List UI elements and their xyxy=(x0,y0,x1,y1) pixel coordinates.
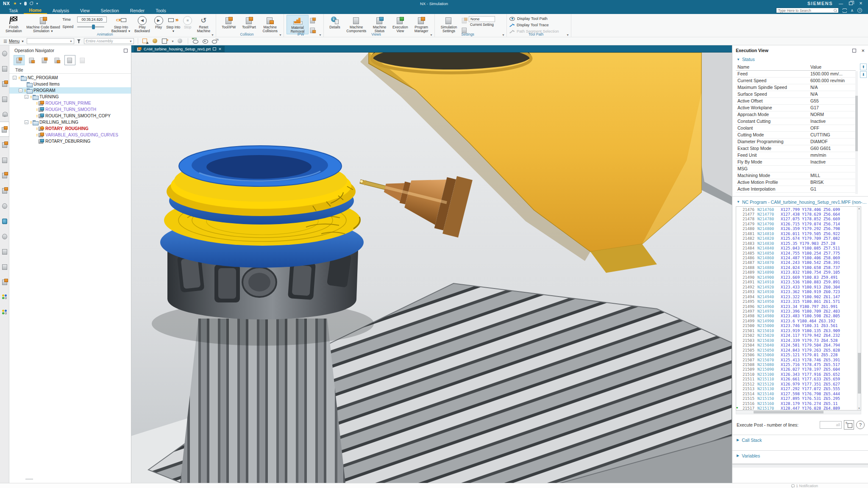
tree-expander-icon[interactable]: – xyxy=(25,95,28,99)
panel-float-icon[interactable] xyxy=(852,49,856,53)
status-row-fly-by-mode[interactable]: Fly By ModeInactive xyxy=(736,158,856,165)
tool-part-button[interactable]: Tool/Part xyxy=(239,15,259,29)
sidebar-history-clock-icon[interactable] xyxy=(0,228,9,244)
group-dialog-caret[interactable]: ▼ xyxy=(502,33,505,36)
nc-line-21513[interactable]: 21513N215130X127.292 Y177.072 Z65.555 xyxy=(736,386,861,391)
nc-line-21482[interactable]: 21482N214820X125.674 Y179.709 Z57.082 xyxy=(736,236,861,241)
tree-item-unused items[interactable]: Unused Items xyxy=(9,81,131,87)
ipw-tool-icon[interactable] xyxy=(309,17,316,24)
execution-view-button[interactable]: Execution View xyxy=(389,15,411,33)
nc-program-section-header[interactable]: ▼ NC Program - CAM_turbine_housing_Setup… xyxy=(732,197,868,206)
status-row-diameter-programming[interactable]: Diameter ProgrammingDIAMOF xyxy=(736,138,856,145)
status-row-coolant[interactable]: CoolantOFF xyxy=(736,125,856,131)
selection-scope-combo[interactable]: ▼ xyxy=(27,38,74,44)
menu-tab-analysis[interactable]: Analysis xyxy=(47,7,75,14)
show-icon[interactable] xyxy=(202,38,209,44)
machine-status-button[interactable]: Machine Status xyxy=(370,15,390,33)
time-field[interactable]: 00:35:24.820 xyxy=(77,17,107,22)
sidebar-assembly-navigator-icon[interactable] xyxy=(0,61,9,76)
material-removal-button[interactable]: Material Removal xyxy=(287,15,309,34)
sidebar-analysis-icon[interactable] xyxy=(0,167,9,183)
group-dialog-caret[interactable]: ▼ xyxy=(430,33,433,36)
step-into-backward-button[interactable]: Step Into Backward ▼ xyxy=(109,15,133,33)
sidebar-info-disc-icon[interactable] xyxy=(0,198,9,213)
tree-item-rotary_roughing[interactable]: !ROTARY_ROUGHING xyxy=(9,125,131,132)
execute-post-help-button[interactable]: ? xyxy=(856,421,865,429)
tree-expander-icon[interactable]: – xyxy=(19,89,22,92)
nc-line-21484[interactable]: 21484N214840X125.043 Y180.085 Z57.511 xyxy=(736,246,861,250)
tree-item-rough_turn_prime[interactable]: !ROUGH_TURN_PRIME xyxy=(9,100,131,106)
sidebar-measure-icon[interactable] xyxy=(0,183,9,198)
navigator-maximize-icon[interactable] xyxy=(124,49,128,53)
call-stack-section-header[interactable]: ▶ Call Stack xyxy=(732,435,868,445)
finish-simulation-button[interactable]: Finish Simulation xyxy=(3,15,25,33)
fullscreen-icon[interactable] xyxy=(843,8,847,13)
tree-item-variable_axis_guiding_curves[interactable]: !VARIABLE_AXIS_GUIDING_CURVES xyxy=(9,132,131,138)
nc-line-21491[interactable]: 21491N214910X123.536 Y180.883 Z59.891 xyxy=(736,280,861,284)
current-setting-combo[interactable]: None xyxy=(469,16,495,22)
select-highlight-icon[interactable] xyxy=(142,38,149,44)
machine-collisions-button[interactable]: Machine Collisions xyxy=(259,15,281,33)
status-row-msg[interactable]: MSG xyxy=(736,165,856,172)
sidebar-machine-station-icon[interactable] xyxy=(0,274,9,289)
display-tool-trace-toggle[interactable]: Display Tool Trace xyxy=(509,22,559,28)
machine-components-button[interactable]: Machine Components xyxy=(343,15,370,33)
nc-line-21510[interactable]: 21510N215100X126.343 Y177.916 Z65.652 xyxy=(736,372,861,377)
status-row-maximum-spindle-speed[interactable]: Maximum Spindle SpeedN/A xyxy=(736,84,856,91)
nc-line-21480[interactable]: 21480N214800X126.359 Y179.292 Z56.798 xyxy=(736,226,861,231)
nc-line-21492[interactable]: 21492N214920X123.433 Y180.913 Z60.304 xyxy=(736,285,861,289)
part-tab[interactable]: CAM_turbine_housing_Setup_rev1.prt ✕ xyxy=(134,46,225,52)
status-scrollbar[interactable] xyxy=(855,71,858,194)
nc-line-21517[interactable]: ▼21517N215170X128.447 Y176.028 Z64.889 xyxy=(736,406,861,410)
menu-tab-task[interactable]: Task xyxy=(3,7,24,14)
tree-expander-icon[interactable]: – xyxy=(13,76,17,80)
sidebar-machine-tool-navigator-icon[interactable] xyxy=(0,122,9,137)
code-horizontal-scrollbar[interactable] xyxy=(736,410,861,414)
nc-line-21486[interactable]: 21486N214860X124.487 Y180.406 Z58.069 xyxy=(736,255,861,260)
tool-ipw-button[interactable]: Tool/IPW xyxy=(219,15,239,29)
nc-line-21502[interactable]: 21502N215020X124.117 Y179.942 Z64.232 xyxy=(736,333,861,338)
sidebar-notification-bell-icon[interactable] xyxy=(0,106,9,122)
group-dialog-caret[interactable]: ▼ xyxy=(211,33,214,36)
nc-line-21505[interactable]: 21505N215050X124.843 Y179.263 Z65.028 xyxy=(736,348,861,352)
nc-line-21500[interactable]: 21500N215000X123.746 Y180.31 Z63.561 xyxy=(736,323,861,328)
find-object-button[interactable] xyxy=(64,55,75,65)
execute-post-lines-input[interactable] xyxy=(820,421,842,429)
nc-line-21512[interactable]: 21512N215120X126.979 Y177.351 Z65.627 xyxy=(736,382,861,386)
machine-code-based-simulation-button[interactable]: Machine Code Based Simulation ▼ xyxy=(25,15,62,33)
status-row-cutting-mode[interactable]: Cutting ModeCUTTING xyxy=(736,131,856,138)
nc-line-21501[interactable]: 21501N215010X123.919 Y180.135 Z63.909 xyxy=(736,328,861,333)
tree-item-rotary_deburring[interactable]: ROTARY_DEBURRING xyxy=(9,138,131,144)
code-vertical-scrollbar[interactable]: ▲▼ xyxy=(857,207,861,410)
nc-line-21489[interactable]: 21489N214890X123.832 Y180.754 Z59.105 xyxy=(736,270,861,274)
nc-line-21507[interactable]: 21507N215070X125.413 Y178.746 Z65.391 xyxy=(736,358,861,362)
simulation-settings-button[interactable]: Simulation Settings xyxy=(437,15,460,33)
nc-line-21496[interactable]: 21496N214960X123.34 Y180.797 Z61.991 xyxy=(736,304,861,309)
status-row-machining-mode[interactable]: Machining ModeMILL xyxy=(736,172,856,179)
scroll-up-button[interactable]: ⬆ xyxy=(860,64,867,70)
program-order-view-button[interactable] xyxy=(14,55,25,65)
command-search[interactable] xyxy=(776,8,839,13)
group-dialog-caret[interactable]: ▼ xyxy=(566,33,569,36)
sidebar-machine-tool-builder-icon[interactable] xyxy=(0,137,9,152)
minimize-button[interactable]: — xyxy=(838,1,844,6)
status-section-header[interactable]: ▼ Status xyxy=(732,54,868,64)
sidebar-reuse-library-2-icon[interactable] xyxy=(0,305,9,320)
variables-section-header[interactable]: ▶ Variables xyxy=(732,450,868,461)
status-row-feed-unit[interactable]: Feed Unitmm/min xyxy=(736,152,856,158)
menu-button[interactable]: ☰ Menu ▼ xyxy=(3,39,24,44)
sidebar-image-icon[interactable] xyxy=(0,259,9,274)
tab-close-icon[interactable]: ✕ xyxy=(218,47,222,51)
tree-item-drilling_milling[interactable]: –!DRILLING_MILLING xyxy=(9,119,131,125)
status-col-name[interactable]: Name xyxy=(736,64,809,70)
group-dialog-caret[interactable]: ▼ xyxy=(319,33,322,36)
machining-method-view-button[interactable] xyxy=(52,55,63,65)
tab-float-icon[interactable] xyxy=(213,47,216,50)
play-button[interactable]: ▶ Play xyxy=(152,15,165,29)
command-finder-icon[interactable] xyxy=(30,2,33,5)
execute-post-button[interactable] xyxy=(844,420,854,430)
status-row-active-interpolation[interactable]: Active InterpolationG1 xyxy=(736,186,856,192)
close-button[interactable]: × xyxy=(858,0,864,6)
nc-line-21499[interactable]: 21499N214990X123.6 Y180.464 Z63.192 xyxy=(736,319,861,323)
nc-line-21495[interactable]: 21495N214950X123.315 Y180.861 Z61.571 xyxy=(736,299,861,304)
